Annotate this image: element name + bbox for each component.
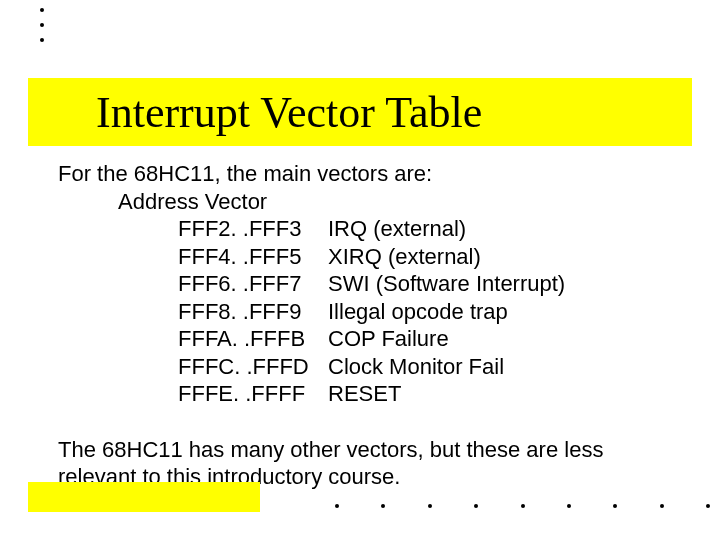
table-row: FFF6. .FFF7 SWI (Software Interrupt) (178, 270, 678, 298)
decorative-dots-bottom (335, 504, 710, 508)
address-cell: FFFA. .FFFB (178, 325, 328, 353)
table-row: FFFE. .FFFF RESET (178, 380, 678, 408)
decorative-bar-bottom (28, 482, 260, 512)
vector-cell: Clock Monitor Fail (328, 353, 678, 381)
address-cell: FFFC. .FFFD (178, 353, 328, 381)
table-row: FFF2. .FFF3 IRQ (external) (178, 215, 678, 243)
decorative-dots-top (40, 8, 44, 42)
vector-cell: COP Failure (328, 325, 678, 353)
table-row: FFFA. .FFFB COP Failure (178, 325, 678, 353)
address-cell: FFF2. .FFF3 (178, 215, 328, 243)
title-bar: Interrupt Vector Table (28, 78, 692, 146)
slide-content: For the 68HC11, the main vectors are: Ad… (58, 160, 678, 491)
address-cell: FFF6. .FFF7 (178, 270, 328, 298)
table-row: FFF8. .FFF9 Illegal opcode trap (178, 298, 678, 326)
address-cell: FFF8. .FFF9 (178, 298, 328, 326)
address-cell: FFF4. .FFF5 (178, 243, 328, 271)
vector-cell: SWI (Software Interrupt) (328, 270, 678, 298)
table-row: FFF4. .FFF5 XIRQ (external) (178, 243, 678, 271)
page-title: Interrupt Vector Table (96, 87, 482, 138)
address-cell: FFFE. .FFFF (178, 380, 328, 408)
table-row: FFFC. .FFFD Clock Monitor Fail (178, 353, 678, 381)
vector-cell: RESET (328, 380, 678, 408)
vector-cell: IRQ (external) (328, 215, 678, 243)
column-header: Address Vector (118, 188, 678, 216)
intro-text: For the 68HC11, the main vectors are: (58, 160, 678, 188)
vector-cell: Illegal opcode trap (328, 298, 678, 326)
vector-cell: XIRQ (external) (328, 243, 678, 271)
